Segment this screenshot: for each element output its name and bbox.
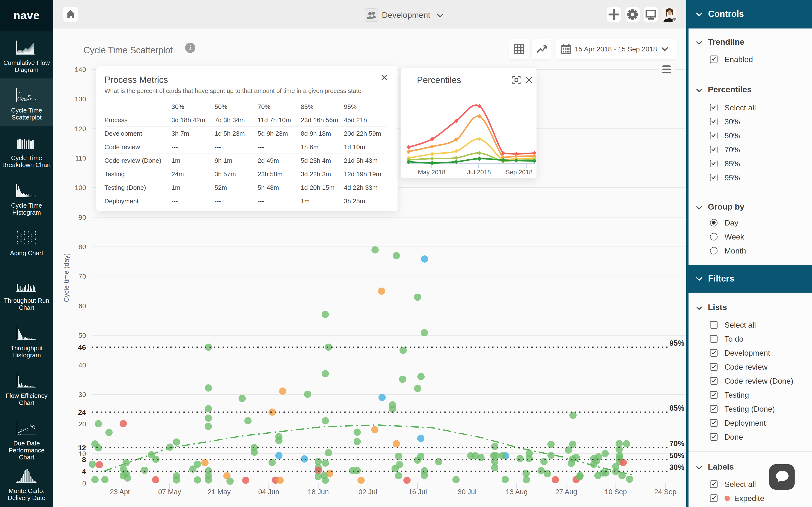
svg-text:18 Jun: 18 Jun bbox=[308, 488, 329, 496]
svg-text:50%: 50% bbox=[669, 451, 684, 460]
svg-text:Sep 2018: Sep 2018 bbox=[506, 169, 532, 176]
svg-text:85%: 85% bbox=[669, 404, 684, 412]
svg-text:46: 46 bbox=[78, 343, 86, 351]
svg-text:24 Sep: 24 Sep bbox=[654, 488, 676, 496]
svg-text:23 Apr: 23 Apr bbox=[110, 488, 130, 496]
svg-text:10 Sep: 10 Sep bbox=[605, 488, 627, 496]
svg-text:20: 20 bbox=[79, 420, 86, 428]
svg-text:50: 50 bbox=[79, 332, 86, 339]
svg-text:140: 140 bbox=[75, 66, 86, 73]
svg-text:130: 130 bbox=[75, 95, 86, 103]
svg-text:100: 100 bbox=[75, 184, 86, 191]
svg-text:04 Jun: 04 Jun bbox=[258, 488, 279, 496]
svg-text:30%: 30% bbox=[669, 463, 684, 471]
svg-text:13 Aug: 13 Aug bbox=[506, 488, 527, 496]
svg-text:16 Jul: 16 Jul bbox=[408, 488, 427, 496]
svg-text:4: 4 bbox=[82, 467, 86, 475]
svg-text:May 2018: May 2018 bbox=[418, 169, 445, 176]
svg-text:02 Jul: 02 Jul bbox=[358, 488, 377, 496]
svg-text:120: 120 bbox=[75, 125, 86, 132]
svg-text:Cycle time (day): Cycle time (day) bbox=[63, 253, 70, 302]
svg-text:60: 60 bbox=[79, 302, 86, 310]
svg-text:95%: 95% bbox=[669, 339, 684, 347]
svg-text:27 Aug: 27 Aug bbox=[555, 488, 577, 496]
svg-text:0: 0 bbox=[82, 480, 86, 487]
svg-text:30 Jul: 30 Jul bbox=[458, 488, 476, 496]
svg-text:90: 90 bbox=[79, 214, 86, 221]
svg-text:24: 24 bbox=[78, 408, 86, 416]
svg-text:8: 8 bbox=[82, 456, 86, 463]
svg-text:Jul 2018: Jul 2018 bbox=[467, 169, 491, 176]
svg-text:12: 12 bbox=[78, 444, 86, 452]
svg-text:80: 80 bbox=[79, 243, 86, 250]
svg-text:70: 70 bbox=[79, 273, 86, 280]
svg-text:40: 40 bbox=[79, 361, 86, 369]
svg-text:30: 30 bbox=[79, 391, 86, 398]
svg-text:70%: 70% bbox=[669, 439, 684, 448]
svg-text:21 May: 21 May bbox=[208, 488, 231, 496]
svg-text:07 May: 07 May bbox=[158, 488, 181, 496]
svg-text:110: 110 bbox=[75, 155, 86, 162]
